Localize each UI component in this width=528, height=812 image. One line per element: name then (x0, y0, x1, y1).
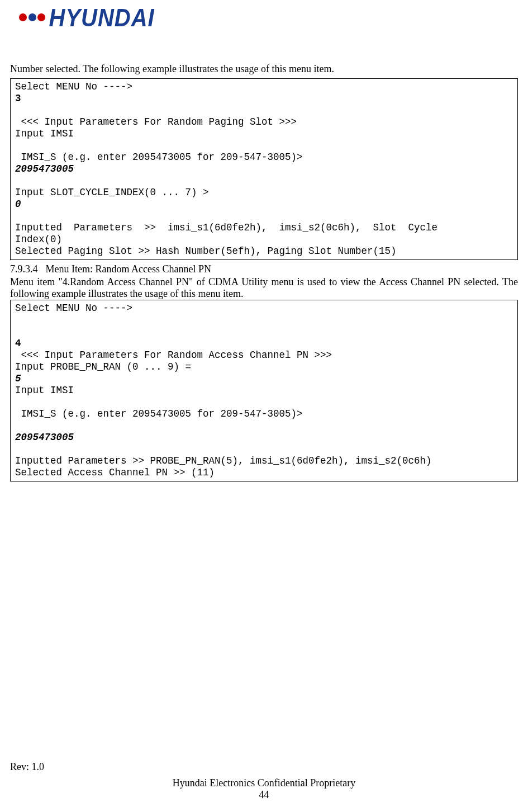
code1-imsi-value: 2095473005 (15, 163, 74, 174)
code2-probe-prompt: Input PROBE_PN_RAN (0 ... 9) = (15, 361, 191, 372)
intro-paragraph: Number selected. The following example i… (10, 63, 518, 75)
code2-output-2: Selected Access Channel PN >> (11) (15, 467, 215, 478)
code2-imsi-value: 2095473005 (15, 432, 74, 443)
code-example-1: Select MENU No ----> 3 <<< Input Paramet… (10, 78, 518, 260)
page-footer: Rev: 1.0 Hyundai Electronics Confidentia… (10, 761, 518, 801)
code1-output-1b: Index(0) (15, 234, 62, 245)
code1-line1: Select MENU No ----> (15, 81, 132, 92)
revision-label: Rev: 1.0 (10, 761, 518, 773)
code2-imsi-prompt: IMSI_S (e.g. enter 2095473005 for 209-54… (15, 408, 303, 419)
code1-imsi-prompt: IMSI_S (e.g. enter 2095473005 for 209-54… (15, 152, 303, 163)
page-number: 44 (10, 789, 518, 801)
code2-input-imsi: Input IMSI (15, 385, 74, 396)
logo-dots (19, 12, 44, 24)
code2-input-menu: 4 (15, 338, 21, 349)
logo-dot-red-2 (37, 13, 45, 21)
section-heading: 7.9.3.4Menu Item: Random Access Channel … (10, 263, 518, 275)
hyundai-logo: HYUNDAI (19, 6, 518, 31)
code1-output-2: Selected Paging Slot >> Hash Number(5efh… (15, 246, 397, 257)
code2-probe-value: 5 (15, 373, 21, 384)
code1-slot-value: 0 (15, 199, 21, 210)
section-title: Menu Item: Random Access Channel PN (46, 263, 211, 275)
proprietary-notice: Hyundai Electronics Confidential Proprie… (10, 777, 518, 789)
code-example-2: Select MENU No ----> 4 <<< Input Paramet… (10, 300, 518, 481)
code2-line1: Select MENU No ----> (15, 303, 132, 314)
code2-output-1: Inputted Parameters >> PROBE_PN_RAN(5), … (15, 455, 432, 466)
section-number: 7.9.3.4 (10, 263, 38, 275)
code1-header: <<< Input Parameters For Random Paging S… (15, 116, 297, 128)
logo-dot-blue (28, 13, 36, 21)
code1-output-1a: Inputted Parameters >> imsi_s1(6d0fe2h),… (15, 222, 513, 234)
code2-header: <<< Input Parameters For Random Access C… (15, 350, 332, 361)
logo-text: HYUNDAI (49, 4, 155, 32)
code1-slot-prompt: Input SLOT_CYCLE_INDEX(0 ... 7) > (15, 187, 209, 198)
logo-dot-red-1 (19, 13, 27, 21)
code1-input-menu: 3 (15, 93, 21, 104)
section-body: Menu item "4.Random Access Channel PN" o… (10, 276, 518, 300)
code1-input-imsi: Input IMSI (15, 128, 74, 139)
